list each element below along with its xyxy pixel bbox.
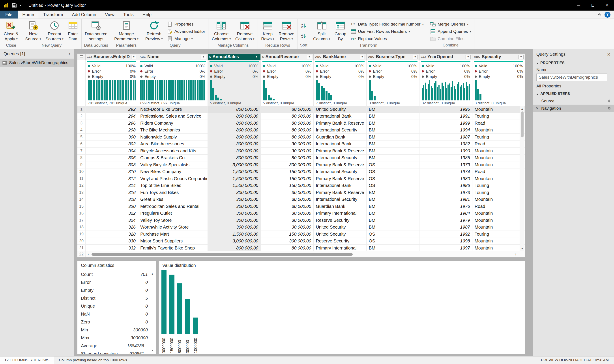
- cell-annualsales[interactable]: 1,500,000.00: [208, 169, 261, 175]
- cell-businesstype[interactable]: BM: [366, 245, 419, 251]
- row-number[interactable]: 10: [77, 169, 85, 175]
- distribution-bar[interactable]: [185, 299, 190, 334]
- cell-businessentityid[interactable]: 324: [85, 217, 138, 224]
- row-number[interactable]: 4: [77, 127, 85, 134]
- cell-annualrevenue[interactable]: 30,000.00: [261, 203, 314, 210]
- maximize-button[interactable]: □: [586, 0, 600, 11]
- vertical-scroll-thumb[interactable]: [521, 111, 524, 137]
- distribution-bar[interactable]: [169, 275, 174, 334]
- query-item[interactable]: Sales vStoreWithDemographics: [0, 59, 74, 67]
- ribbon-button-data-type-fixed-decimal-number[interactable]: 1.2Data Type: Fixed decimal number▾: [349, 21, 425, 28]
- row-number[interactable]: 12: [77, 182, 85, 189]
- cell-annualrevenue[interactable]: 30,000.00: [261, 196, 314, 203]
- ribbon-button-data-source-settings[interactable]: Data sourcesettings: [83, 20, 109, 42]
- horizontal-scrollbar[interactable]: [92, 253, 512, 256]
- cell-businesstype[interactable]: BM: [366, 113, 419, 120]
- ribbon-button-properties[interactable]: Properties: [165, 21, 207, 28]
- cell-bankname[interactable]: Primary Bank & Reserve: [314, 120, 366, 127]
- cell-bankname[interactable]: International Security: [314, 169, 366, 175]
- cell-annualsales[interactable]: 300,000.00: [208, 217, 261, 224]
- collapse-queries-icon[interactable]: ‹: [69, 52, 70, 56]
- cell-specialty[interactable]: Mountain: [472, 127, 525, 134]
- cell-specialty[interactable]: Touring: [472, 134, 525, 141]
- scroll-left-icon[interactable]: ‹: [85, 251, 92, 257]
- ribbon-button-split-column[interactable]: SplitColumn▾: [311, 20, 332, 42]
- cell-annualrevenue[interactable]: 150,000.00: [261, 169, 314, 175]
- row-number[interactable]: 8: [77, 155, 85, 161]
- cell-name[interactable]: Clamps & Brackets Co.: [138, 155, 208, 161]
- cell-name[interactable]: Next-Door Bike Store: [138, 106, 208, 113]
- cell-annualrevenue[interactable]: 30,000.00: [261, 210, 314, 217]
- properties-section-header[interactable]: PROPERTIES: [533, 59, 614, 66]
- cell-bankname[interactable]: Reserve Security: [314, 217, 366, 224]
- ribbon-button-group-by[interactable]: GroupBy: [333, 20, 348, 42]
- properties-expander-icon[interactable]: [536, 62, 538, 64]
- cell-businessentityid[interactable]: 292: [85, 106, 138, 113]
- cell-yearopened[interactable]: 1979: [419, 161, 472, 168]
- column-header-bankname[interactable]: ABCBankName▾: [314, 54, 366, 60]
- cell-annualrevenue[interactable]: 80,000.00: [261, 120, 314, 127]
- applied-steps-section-header[interactable]: APPLIED STEPS: [533, 89, 614, 97]
- tab-view[interactable]: View: [100, 11, 119, 18]
- cell-bankname[interactable]: Guardian Bank: [314, 134, 366, 141]
- cell-name[interactable]: The Bike Mechanics: [138, 127, 208, 134]
- cell-businesstype[interactable]: OS: [366, 182, 419, 189]
- ribbon-button-new-source[interactable]: NewSource▾: [23, 20, 43, 42]
- ribbon-button-keep-rows[interactable]: KeepRows▾: [259, 20, 276, 42]
- cell-specialty[interactable]: Road: [472, 169, 525, 175]
- cell-businesstype[interactable]: BM: [366, 148, 419, 154]
- cell-specialty[interactable]: Mountain: [472, 238, 525, 245]
- tab-help[interactable]: Help: [138, 11, 156, 18]
- filter-dropdown-icon[interactable]: ▾: [518, 55, 524, 59]
- filter-dropdown-icon[interactable]: ▾: [131, 55, 136, 59]
- cell-yearopened[interactable]: 1997: [419, 245, 472, 251]
- cell-businessentityid[interactable]: 294: [85, 113, 138, 120]
- cell-annualsales[interactable]: 300,000.00: [208, 203, 261, 210]
- cell-specialty[interactable]: Mountain: [472, 175, 525, 182]
- cell-annualsales[interactable]: 800,000.00: [208, 127, 261, 134]
- distribution-bar[interactable]: [193, 318, 198, 334]
- value-distribution-menu-icon[interactable]: …: [516, 264, 521, 267]
- cell-annualsales[interactable]: 3,000,000.00: [208, 161, 261, 168]
- cell-bankname[interactable]: Primary International: [314, 245, 366, 251]
- filter-dropdown-icon[interactable]: ▾: [466, 55, 471, 59]
- cell-specialty[interactable]: Mountain: [472, 196, 525, 203]
- column-statistics-menu-icon[interactable]: …: [146, 264, 152, 267]
- row-number[interactable]: 22: [77, 251, 85, 257]
- row-number[interactable]: 18: [77, 224, 85, 231]
- cell-yearopened[interactable]: 1996: [419, 106, 472, 113]
- column-header-yearopened[interactable]: 123YearOpened▾: [419, 54, 472, 60]
- row-number[interactable]: 1: [77, 106, 85, 113]
- cell-bankname[interactable]: Reserve Security: [314, 238, 366, 245]
- cell-name[interactable]: Worthwhile Activity Store: [138, 224, 208, 231]
- cell-businesstype[interactable]: BM: [366, 196, 419, 203]
- help-icon[interactable]: ?: [604, 12, 611, 18]
- filter-dropdown-icon[interactable]: ▾: [413, 55, 418, 59]
- scroll-up-icon[interactable]: ▲: [521, 106, 524, 111]
- cell-specialty[interactable]: Mountain: [472, 210, 525, 217]
- cell-businesstype[interactable]: BM: [366, 106, 419, 113]
- cell-specialty[interactable]: Mountain: [472, 245, 525, 251]
- cell-specialty[interactable]: Mountain: [472, 217, 525, 224]
- ribbon-button-manage-parameters[interactable]: ManageParameters▾: [112, 20, 140, 42]
- cell-name[interactable]: Fun Toys and Bikes: [138, 189, 208, 196]
- cell-businessentityid[interactable]: 300: [85, 134, 138, 141]
- cell-annualrevenue[interactable]: 150,000.00: [261, 182, 314, 189]
- cell-annualrevenue[interactable]: 80,000.00: [261, 106, 314, 113]
- cell-annualrevenue[interactable]: 80,000.00: [261, 127, 314, 134]
- cell-yearopened[interactable]: 1976: [419, 203, 472, 210]
- cell-yearopened[interactable]: 1991: [419, 113, 472, 120]
- filter-dropdown-icon[interactable]: ▾: [254, 55, 259, 59]
- cell-businessentityid[interactable]: 320: [85, 203, 138, 210]
- cell-yearopened[interactable]: 1999: [419, 120, 472, 127]
- cell-businesstype[interactable]: BM: [366, 155, 419, 161]
- cell-name[interactable]: Riders Company: [138, 120, 208, 127]
- cell-annualsales[interactable]: 800,000.00: [208, 245, 261, 251]
- column-header-annualsales[interactable]: $AnnualSales▾: [208, 54, 261, 60]
- cell-bankname[interactable]: Guardian Bank: [314, 203, 366, 210]
- cell-businesstype[interactable]: BM: [366, 134, 419, 141]
- cell-bankname[interactable]: International Bank: [314, 141, 366, 148]
- cell-annualsales[interactable]: 800,000.00: [208, 134, 261, 141]
- tab-home[interactable]: Home: [18, 11, 39, 18]
- cell-businesstype[interactable]: OS: [366, 231, 419, 238]
